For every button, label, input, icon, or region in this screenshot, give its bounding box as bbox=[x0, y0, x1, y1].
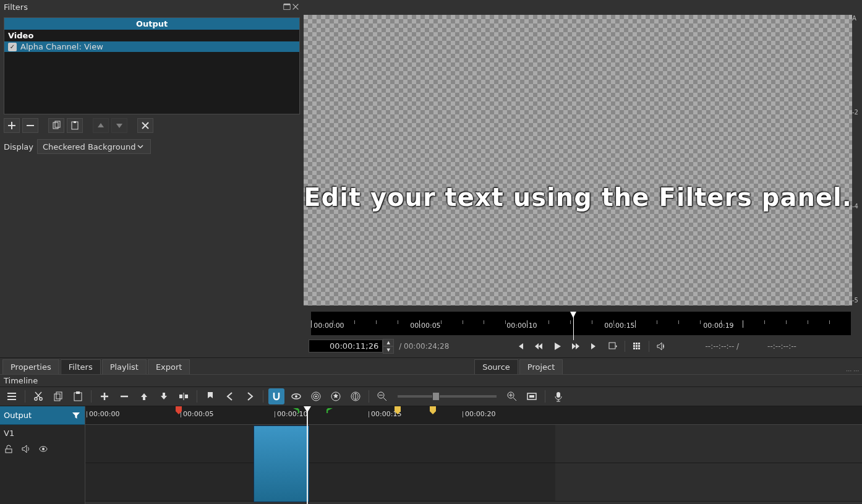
filters-toolbar bbox=[4, 117, 300, 134]
out-point-marker[interactable] bbox=[326, 406, 333, 415]
resize-handle[interactable]: ⋯⋯ bbox=[845, 367, 862, 374]
zoom-slider[interactable] bbox=[398, 395, 497, 398]
svg-rect-6 bbox=[609, 343, 615, 349]
output-track-header[interactable]: Output bbox=[0, 406, 85, 425]
track-v1-b[interactable] bbox=[85, 463, 862, 502]
undock-icon[interactable] bbox=[283, 2, 291, 11]
filters-panel-titlebar: Filters bbox=[0, 0, 304, 14]
remove-filter-button[interactable] bbox=[22, 118, 38, 133]
timeline-titlebar: Timeline bbox=[0, 374, 862, 387]
output-track-label: Output bbox=[4, 411, 32, 420]
volume-button[interactable] bbox=[654, 340, 668, 353]
skip-previous-button[interactable] bbox=[513, 340, 527, 353]
filters-list: Output Video ✓ Alpha Channel: View bbox=[4, 17, 300, 114]
rewind-button[interactable] bbox=[532, 340, 545, 353]
cut-button[interactable] bbox=[30, 388, 46, 404]
tab-filters[interactable]: Filters bbox=[61, 359, 101, 374]
display-select[interactable]: Checkered Background bbox=[37, 139, 151, 154]
tab-project[interactable]: Project bbox=[519, 359, 563, 374]
marker-yellow-2[interactable] bbox=[430, 406, 436, 415]
paste-filter-button[interactable] bbox=[67, 118, 83, 133]
zoom-in-button[interactable] bbox=[504, 388, 520, 404]
tab-export[interactable]: Export bbox=[148, 359, 190, 374]
grid-menu-button[interactable] bbox=[630, 340, 644, 353]
prev-marker-button[interactable] bbox=[222, 388, 238, 404]
svg-rect-14 bbox=[185, 395, 188, 398]
split-button[interactable] bbox=[176, 388, 192, 404]
svg-point-7 bbox=[35, 398, 37, 400]
svg-rect-1 bbox=[284, 4, 291, 6]
svg-point-16 bbox=[295, 395, 297, 398]
timeline-menu-button[interactable] bbox=[4, 388, 20, 404]
svg-rect-5 bbox=[74, 121, 76, 123]
deselect-filter-button[interactable] bbox=[137, 118, 153, 133]
svg-rect-26 bbox=[557, 392, 560, 398]
filters-panel: Filters Output Video ✓ Alpha Channel: Vi… bbox=[0, 0, 304, 357]
mute-icon[interactable] bbox=[21, 444, 31, 454]
filter-checkbox[interactable]: ✓ bbox=[8, 43, 17, 51]
skip-next-button[interactable] bbox=[587, 340, 601, 353]
filter-item[interactable]: ✓ Alpha Channel: View bbox=[4, 41, 299, 52]
filters-panel-title: Filters bbox=[4, 2, 28, 12]
marker-yellow-1[interactable] bbox=[395, 406, 401, 415]
filter-icon bbox=[71, 411, 81, 421]
tab-source[interactable]: Source bbox=[474, 359, 518, 374]
tab-playlist[interactable]: Playlist bbox=[102, 359, 147, 374]
timeline-body: Output V1 00:00:00 00:00:05 00:00:10 00:… bbox=[0, 406, 862, 504]
paste-button[interactable] bbox=[70, 388, 86, 404]
timecode-input[interactable]: 00:00:11;26 bbox=[309, 340, 383, 352]
svg-rect-10 bbox=[56, 392, 62, 399]
timeline-playhead[interactable] bbox=[307, 406, 308, 504]
zoom-fit-button[interactable] bbox=[524, 388, 540, 404]
track-v1[interactable] bbox=[85, 425, 862, 463]
add-filter-button[interactable] bbox=[4, 118, 20, 133]
svg-rect-0 bbox=[284, 5, 291, 10]
svg-point-8 bbox=[40, 398, 42, 400]
copy-button[interactable] bbox=[50, 388, 66, 404]
append-button[interactable] bbox=[96, 388, 113, 404]
hide-icon[interactable] bbox=[38, 444, 48, 454]
svg-rect-12 bbox=[76, 391, 80, 394]
player-controls: 00:00:11;26 ▲▼ / 00:00:24;28 --:--:--:--… bbox=[309, 338, 851, 355]
marker-button[interactable] bbox=[202, 388, 218, 404]
inout-text: --:--:--:-- / bbox=[705, 342, 739, 351]
timecode-stepper[interactable]: ▲▼ bbox=[383, 339, 394, 354]
tabbars: PropertiesFiltersPlaylistExport SourcePr… bbox=[0, 357, 862, 374]
display-label: Display bbox=[4, 142, 33, 152]
timeline-ruler[interactable]: 00:00:00 00:00:05 00:00:10 00:00:15 00:0… bbox=[85, 406, 862, 425]
in-point-marker[interactable] bbox=[293, 406, 299, 415]
copy-filter-button[interactable] bbox=[48, 118, 64, 133]
move-filter-down-button[interactable] bbox=[111, 118, 127, 133]
record-audio-button[interactable] bbox=[550, 388, 566, 404]
track-name: V1 bbox=[4, 429, 81, 438]
chevron-down-icon bbox=[135, 142, 145, 152]
clip[interactable] bbox=[254, 425, 309, 502]
ripple-delete-button[interactable] bbox=[116, 388, 132, 404]
preview-canvas[interactable]: Edit your text using the Filters panel. bbox=[304, 15, 852, 305]
timeline-tracks-area[interactable]: 00:00:00 00:00:05 00:00:10 00:00:15 00:0… bbox=[85, 406, 862, 504]
ripple-markers-button[interactable] bbox=[348, 388, 364, 404]
zoom-out-button[interactable] bbox=[374, 388, 390, 404]
move-filter-up-button[interactable] bbox=[93, 118, 109, 133]
svg-point-19 bbox=[315, 396, 317, 398]
tab-properties[interactable]: Properties bbox=[2, 359, 59, 374]
lock-icon[interactable] bbox=[4, 444, 14, 454]
close-panel-icon[interactable] bbox=[291, 2, 300, 11]
player-playhead[interactable] bbox=[570, 312, 576, 318]
lift-button[interactable] bbox=[136, 388, 152, 404]
timeline-track-headers: Output V1 bbox=[0, 406, 85, 504]
player-ruler[interactable]: 00:00:00 00:00:05 00:00:10 00:00:15 00:0… bbox=[311, 312, 851, 335]
scrub-button[interactable] bbox=[288, 388, 304, 404]
track-v1-header[interactable]: V1 bbox=[0, 425, 85, 504]
ripple-all-button[interactable] bbox=[328, 388, 344, 404]
fast-forward-button[interactable] bbox=[569, 340, 582, 353]
ripple-button[interactable] bbox=[308, 388, 324, 404]
marker-red[interactable] bbox=[176, 406, 182, 415]
zoom-menu-button[interactable] bbox=[606, 340, 620, 353]
play-button[interactable] bbox=[550, 340, 564, 353]
overwrite-button[interactable] bbox=[156, 388, 172, 404]
snap-button[interactable] bbox=[268, 388, 284, 404]
next-marker-button[interactable] bbox=[242, 388, 258, 404]
filter-item-label: Alpha Channel: View bbox=[20, 42, 103, 51]
svg-rect-9 bbox=[54, 394, 60, 401]
